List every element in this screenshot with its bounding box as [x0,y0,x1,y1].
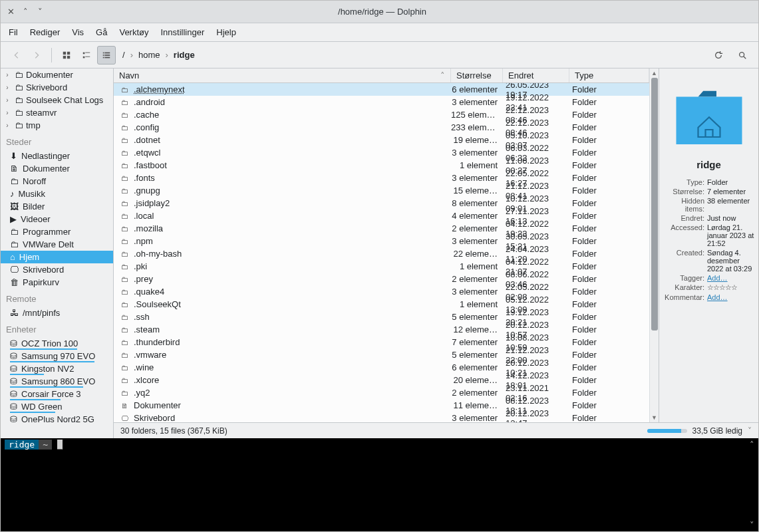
folder-icon: 🗀 [14,82,23,92]
remote-label: /mnt/pinfs [23,308,60,318]
minimize-icon[interactable]: ˅ [35,7,45,17]
tree-item[interactable]: ›🗀tmp [1,119,113,132]
info-rating-stars[interactable]: ☆☆☆☆☆ [707,283,754,292]
folder-icon: 🗀 [119,275,130,283]
view-icons-button[interactable] [57,46,76,65]
file-size: 8 elementer [451,198,503,208]
place-item[interactable]: ⌂Hjem [1,251,113,263]
info-add-comment-link[interactable]: Add… [707,293,728,301]
file-list[interactable]: Navn˄ Størrelse Endret Type 🗀.alchemynex… [114,68,649,422]
chevron-right-icon: › [166,50,168,60]
home-folder-icon [673,82,746,148]
info-add-tags-link[interactable]: Add… [707,274,728,282]
breadcrumb-root[interactable]: / [122,50,125,60]
terminal-cursor: _ [57,440,63,450]
scroll-thumb[interactable] [651,78,658,331]
menu-verktoy[interactable]: Verktøy [119,27,148,37]
tree-item[interactable]: ›🗀Skrivebord [1,81,113,94]
close-icon[interactable]: ✕ [6,7,15,17]
device-item[interactable]: ⛁Kingston NV2 [1,362,113,375]
scroll-down-icon[interactable]: ▼ [651,414,657,421]
column-size[interactable]: Størrelse [451,68,503,82]
view-compact-button[interactable] [77,46,96,65]
folder-icon: 🗀 [119,389,130,397]
place-item[interactable]: ▶Videoer [1,213,113,225]
disk-icon: ⛁ [10,402,17,412]
file-type: Folder [569,388,649,398]
column-modified[interactable]: Endret [503,68,569,82]
breadcrumb-current[interactable]: ridge [174,50,195,60]
device-item[interactable]: ⛁OnePlus Nord2 5G [1,413,113,426]
place-item[interactable]: 🗀VMWare Delt [1,238,113,251]
forward-button[interactable] [27,46,46,65]
device-item[interactable]: ⛁Samsung 860 EVO [1,375,113,388]
tree-item[interactable]: ›🗀Dokumenter [1,68,113,81]
folder-icon: 🗀 [119,136,130,144]
disk-icon: ⛁ [10,376,17,386]
file-size: 3 elementer [451,173,503,183]
info-panel: ridge Type:FolderStørrelse:7 elementerHi… [659,68,758,422]
info-label: Type: [663,178,707,186]
folder-icon: 🖵 [119,414,130,422]
folder-icon: 🗀 [119,86,130,94]
file-type: Folder [569,236,649,246]
expand-icon[interactable]: › [3,71,11,78]
remote-item[interactable]: 🖧/mnt/pinfs [1,307,113,319]
device-item[interactable]: ⛁OCZ Trion 100 [1,337,113,350]
expand-icon[interactable]: › [3,109,11,116]
place-item[interactable]: ⬇Nedlastinger [1,150,113,162]
terminal-scroll-down-icon[interactable]: ˅ [748,520,756,530]
maximize-icon[interactable]: ˄ [21,7,30,17]
file-size: 233 eleme… [451,122,503,132]
file-name: .SoulseekQt [134,299,451,309]
file-type: Folder [569,413,649,422]
place-item[interactable]: 🗀Noroff [1,175,113,188]
column-type[interactable]: Type [569,68,649,82]
menu-fil[interactable]: Fil [9,27,18,37]
place-item[interactable]: 🗎Dokumenter [1,162,113,175]
folder-icon: 🗀 [119,364,130,372]
expand-icon[interactable]: › [3,122,11,129]
file-type: Folder [569,97,649,107]
file-size: 7 elementer [451,337,503,347]
view-details-button[interactable] [97,46,116,65]
svg-rect-5 [85,52,90,53]
menu-ga[interactable]: Gå [96,27,107,37]
file-type: Folder [569,400,649,410]
menu-innstillinger[interactable]: Innstillinger [161,27,205,37]
place-item[interactable]: 🗑Papirkurv [1,276,113,289]
place-item[interactable]: 🖼Bilder [1,200,113,213]
menu-rediger[interactable]: Rediger [30,27,61,37]
device-item[interactable]: ⛁WD Green [1,400,113,413]
menu-vis[interactable]: Vis [72,27,84,37]
place-item[interactable]: 🗀Programmer [1,225,113,238]
expand-icon[interactable]: › [3,96,11,104]
folder-icon: 🗀 [14,108,23,118]
menu-hjelp[interactable]: Hjelp [216,27,236,37]
terminal-panel[interactable]: ˄ ˅ ridge~ _ [1,438,758,531]
file-row[interactable]: 🖵Skrivebord3 elementer20.12.2023 12:47Fo… [114,412,649,422]
tree-item[interactable]: ›🗀Soulseek Chat Logs [1,94,113,106]
device-label: Samsung 970 EVO [21,351,95,361]
file-name: Dokumenter [134,400,451,410]
breadcrumb-home[interactable]: home [138,50,160,60]
terminal-scroll-up-icon[interactable]: ˄ [748,440,756,450]
scroll-up-icon[interactable]: ▲ [651,70,657,76]
file-type: Folder [569,375,649,385]
device-item[interactable]: ⛁Corsair Force 3 [1,388,113,400]
expand-icon[interactable]: › [3,84,11,91]
file-name: .quake4 [134,287,451,297]
info-tags-label: Tagger: [663,274,707,282]
refresh-button[interactable] [709,46,728,65]
svg-rect-11 [104,55,110,56]
place-item[interactable]: 🖵Skrivebord [1,263,113,276]
column-name[interactable]: Navn˄ [114,68,451,82]
tree-item[interactable]: ›🗀steamvr [1,106,113,119]
back-button[interactable] [7,46,26,65]
info-label: Created: [663,249,707,273]
search-button[interactable] [733,46,752,65]
chevron-down-icon[interactable]: ˅ [748,426,752,436]
device-item[interactable]: ⛁Samsung 970 EVO [1,350,113,362]
place-item[interactable]: ♪Musikk [1,188,113,200]
scrollbar[interactable]: ▲ ▼ [649,68,659,422]
